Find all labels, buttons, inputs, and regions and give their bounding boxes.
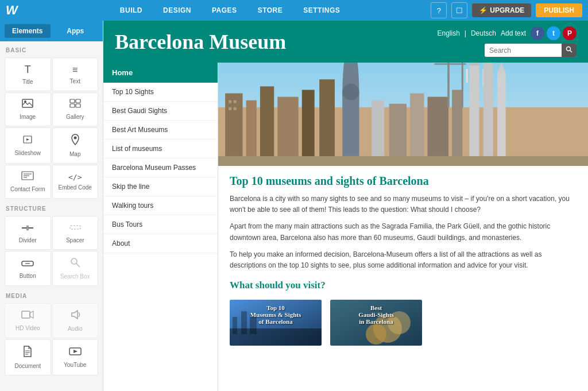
nav-settings[interactable]: SETTINGS — [293, 0, 350, 21]
logo[interactable]: W — [6, 3, 18, 18]
add-text-link[interactable]: Add text — [501, 29, 526, 37]
element-divider[interactable]: Divider — [5, 216, 51, 250]
gallery-icon — [69, 99, 81, 111]
svg-rect-35 — [260, 86, 274, 166]
svg-rect-34 — [246, 100, 257, 166]
element-audio-label: Audio — [68, 326, 83, 332]
element-search-box-label: Search Box — [60, 273, 90, 280]
tab-apps[interactable]: Apps — [53, 24, 99, 38]
element-document-label: Document — [14, 363, 41, 369]
element-slideshow[interactable]: Slideshow — [5, 127, 51, 164]
element-image-label: Image — [20, 114, 36, 120]
page-content: Top 10 museums and sights of Barcelona B… — [218, 63, 588, 391]
paragraph-3: To help you make an informed decision, B… — [230, 249, 577, 271]
svg-rect-63 — [234, 107, 237, 110]
spacer-icon — [69, 222, 82, 234]
svg-line-30 — [570, 51, 572, 52]
device-preview-icon[interactable]: ☐ — [451, 2, 467, 18]
section-label-structure: STRUCTURE — [0, 200, 103, 215]
nav-home[interactable]: Home — [103, 63, 218, 83]
svg-rect-47 — [469, 65, 479, 166]
social-icons: f t P — [531, 26, 577, 40]
card-top10[interactable]: Top 10 Museums & Sights of Barcelona — [230, 300, 322, 346]
page-text-content: Top 10 museums and sights of Barcelona B… — [218, 166, 588, 360]
svg-rect-59 — [218, 156, 588, 166]
element-hd-video[interactable]: HD Video — [5, 303, 51, 338]
nav-build[interactable]: BUILD — [110, 0, 153, 21]
element-text[interactable]: ≡ Text — [52, 57, 99, 91]
element-map[interactable]: Map — [52, 127, 99, 164]
search-button[interactable] — [562, 44, 577, 57]
svg-rect-60 — [229, 100, 231, 103]
pinterest-icon[interactable]: P — [563, 26, 577, 40]
nav-items: BUILD DESIGN PAGES STORE SETTINGS — [29, 0, 431, 21]
site-nav: Home Top 10 Sights Best Gaudi Sights Bes… — [103, 63, 218, 391]
paragraph-1: Barcelona is a city with so many sights … — [230, 193, 577, 215]
svg-point-41 — [342, 84, 359, 100]
language-separator: | — [465, 29, 466, 37]
element-search-box[interactable]: Search Box — [52, 251, 99, 286]
element-document[interactable]: Document — [5, 339, 51, 375]
nav-link-passes[interactable]: Barcelona Museum Passes — [103, 158, 218, 177]
basic-grid: T Title ≡ Text Image — [0, 56, 103, 200]
nav-link-museums[interactable]: List of museums — [103, 140, 218, 158]
element-text-label: Text — [70, 78, 80, 84]
sidebar-tabs: Elements Apps — [0, 21, 103, 41]
svg-rect-16 — [70, 226, 80, 229]
main-heading: Top 10 museums and sights of Barcelona — [230, 175, 577, 188]
element-title[interactable]: T Title — [5, 57, 51, 91]
upgrade-button[interactable]: ⚡ UPGRADE — [472, 3, 531, 17]
svg-rect-44 — [410, 94, 424, 166]
card-gaudi[interactable]: Best Gaudi-Sights in Barcelona — [330, 300, 422, 346]
image-icon — [22, 99, 33, 111]
top-navigation: W BUILD DESIGN PAGES STORE SETTINGS ? ☐ … — [0, 0, 588, 21]
card-row: Top 10 Museums & Sights of Barcelona — [230, 297, 577, 351]
help-icon[interactable]: ? — [431, 2, 447, 18]
title-icon: T — [25, 64, 31, 76]
nav-link-walking[interactable]: Walking tours — [103, 196, 218, 215]
svg-marker-48 — [469, 63, 479, 65]
element-youtube[interactable]: YouTube — [52, 339, 99, 375]
element-contact-form[interactable]: Contact Form — [5, 165, 51, 199]
svg-rect-38 — [319, 79, 335, 166]
site-header: Barcelona Museum English | Deutsch Add t… — [103, 21, 588, 63]
section-label-basic: BASIC — [0, 41, 103, 56]
nav-link-bus[interactable]: Bus Tours — [103, 215, 218, 234]
element-youtube-label: YouTube — [64, 362, 86, 368]
search-input[interactable] — [485, 44, 562, 57]
nav-right: ? ☐ ⚡ UPGRADE PUBLISH — [431, 2, 582, 18]
element-map-label: Map — [69, 151, 80, 157]
nav-link-skip[interactable]: Skip the line — [103, 177, 218, 196]
nav-link-art[interactable]: Best Art Museums — [103, 121, 218, 140]
subheading: What should you visit? — [230, 280, 577, 291]
twitter-icon[interactable]: t — [547, 26, 560, 40]
svg-point-72 — [366, 324, 386, 344]
svg-point-19 — [71, 258, 77, 264]
sidebar: Elements Apps BASIC T Title ≡ Text — [0, 21, 103, 391]
nav-design[interactable]: DESIGN — [153, 0, 202, 21]
nav-pages[interactable]: PAGES — [202, 0, 247, 21]
content-area: Barcelona Museum English | Deutsch Add t… — [103, 21, 588, 391]
nav-link-about[interactable]: About — [103, 234, 218, 253]
element-embed-code[interactable]: </> Embed Code — [52, 165, 99, 199]
embed-code-icon: </> — [68, 173, 82, 181]
element-gallery[interactable]: Gallery — [52, 92, 99, 126]
element-spacer[interactable]: Spacer — [52, 216, 99, 250]
element-image[interactable]: Image — [5, 92, 51, 126]
language-english[interactable]: English — [437, 29, 459, 37]
element-embed-code-label: Embed Code — [59, 184, 92, 191]
element-hd-video-label: HD Video — [16, 325, 40, 331]
language-deutsch[interactable]: Deutsch — [471, 29, 496, 37]
nav-store[interactable]: STORE — [247, 0, 293, 21]
card-top10-label: Top 10 Museums & Sights of Barcelona — [230, 304, 322, 325]
element-button[interactable]: Button — [5, 251, 51, 286]
publish-button[interactable]: PUBLISH — [536, 3, 582, 17]
nav-link-gaudi[interactable]: Best Gaudi Sights — [103, 102, 218, 121]
section-label-media: MEDIA — [0, 287, 103, 302]
svg-rect-45 — [428, 97, 448, 166]
element-audio[interactable]: Audio — [52, 303, 99, 338]
nav-link-top10[interactable]: Top 10 Sights — [103, 83, 218, 102]
search-bar — [485, 44, 577, 57]
facebook-icon[interactable]: f — [531, 26, 544, 40]
tab-elements[interactable]: Elements — [5, 24, 51, 38]
